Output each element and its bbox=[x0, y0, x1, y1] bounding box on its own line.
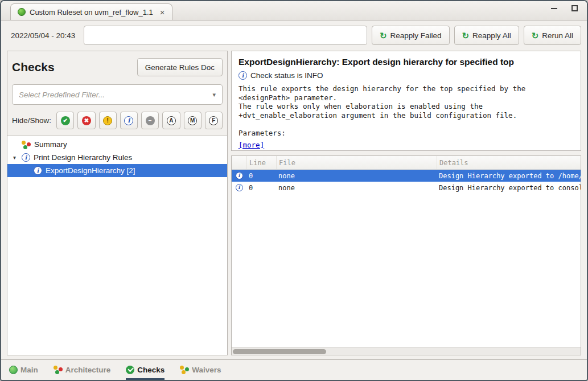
tree-item-label: ExportDesignHierarchy [2] bbox=[46, 166, 135, 175]
cell-file: none bbox=[276, 172, 437, 180]
hide-show-label: Hide/Show: bbox=[12, 116, 51, 125]
info-icon: i bbox=[236, 184, 243, 191]
toggle-f-button[interactable]: F bbox=[205, 112, 223, 129]
tab-main[interactable]: Main bbox=[9, 360, 38, 380]
cell-line: 0 bbox=[246, 184, 276, 192]
architecture-tab-icon bbox=[54, 365, 63, 374]
summary-icon bbox=[22, 140, 31, 149]
window-title: Custom Ruleset on uvm_ref_flow_1.1 bbox=[30, 8, 153, 17]
window-tab[interactable]: Custom Ruleset on uvm_ref_flow_1.1 × bbox=[10, 3, 172, 20]
more-link[interactable]: [more] bbox=[239, 141, 264, 149]
toggle-a-button[interactable]: A bbox=[162, 112, 180, 129]
rerun-all-label: Rerun All bbox=[542, 31, 573, 40]
check-status-row: i Check status is INFO bbox=[239, 71, 574, 80]
tab-label: Main bbox=[20, 366, 38, 374]
toggle-m-button[interactable]: M bbox=[184, 112, 202, 129]
parameters-label: Parameters: bbox=[239, 129, 574, 137]
toggle-info-button[interactable]: i bbox=[120, 112, 138, 129]
info-icon: i bbox=[236, 172, 243, 179]
reapply-failed-label: Reapply Failed bbox=[390, 31, 441, 40]
info-icon: i bbox=[34, 166, 42, 175]
passed-icon: ✔ bbox=[61, 116, 70, 125]
close-icon[interactable]: × bbox=[160, 8, 165, 17]
tree-item-summary[interactable]: Summary bbox=[7, 138, 227, 151]
tab-label: Waivers bbox=[192, 366, 221, 374]
filter-placeholder: Select Predefined Filter... bbox=[19, 91, 105, 99]
toolbar-input[interactable] bbox=[84, 26, 367, 45]
cell-details: Design Hierarchy exported to /home/a bbox=[437, 172, 581, 180]
main-tab-icon bbox=[9, 366, 18, 374]
checks-panel: Checks Generate Rules Doc Select Predefi… bbox=[7, 51, 228, 355]
column-header-details[interactable]: Details bbox=[437, 156, 581, 169]
checks-panel-header: Checks Generate Rules Doc bbox=[7, 51, 227, 84]
tree-item-print-design-hierarchy-rules[interactable]: ▾ i Print Design Hierarchy Rules bbox=[7, 151, 227, 164]
main-area: Checks Generate Rules Doc Select Predefi… bbox=[1, 49, 587, 359]
tab-checks[interactable]: Checks bbox=[126, 360, 165, 380]
check-status-text: Check status is INFO bbox=[250, 71, 323, 80]
chevron-down-icon: ▾ bbox=[212, 91, 216, 99]
tab-label: Architecture bbox=[65, 366, 111, 374]
table-row[interactable]: i 0 none Design Hierarchy exported to /h… bbox=[232, 170, 581, 182]
generate-rules-doc-button[interactable]: Generate Rules Doc bbox=[137, 58, 223, 76]
rerun-all-button[interactable]: ↻ Rerun All bbox=[524, 26, 581, 45]
toggle-passed-button[interactable]: ✔ bbox=[56, 112, 74, 129]
check-title: ExportDesignHierarchy: Export design hie… bbox=[239, 57, 574, 67]
toggle-warning-button[interactable]: ! bbox=[99, 112, 117, 129]
reapply-icon: ↻ bbox=[380, 31, 387, 40]
tree-item-label: Print Design Hierarchy Rules bbox=[34, 153, 132, 162]
f-icon: F bbox=[209, 116, 218, 125]
predefined-filter-select[interactable]: Select Predefined Filter... ▾ bbox=[12, 84, 223, 105]
window-controls bbox=[548, 1, 580, 20]
maximize-button[interactable] bbox=[569, 3, 580, 14]
check-description-text: This rule exports the design hierarchy f… bbox=[239, 84, 574, 120]
tab-architecture[interactable]: Architecture bbox=[54, 360, 111, 380]
table-row[interactable]: i 0 none Design Hierarchy exported to co… bbox=[232, 182, 581, 194]
reapply-all-button[interactable]: ↻ Reapply All bbox=[454, 26, 519, 45]
tab-waivers[interactable]: Waivers bbox=[180, 360, 221, 380]
m-icon: M bbox=[188, 116, 197, 125]
cell-file: none bbox=[276, 184, 437, 192]
column-header-line[interactable]: Line bbox=[246, 156, 276, 169]
reapply-all-label: Reapply All bbox=[472, 31, 511, 40]
toggle-failed-button[interactable]: ✖ bbox=[77, 112, 95, 129]
checks-tree: Summary ▾ i Print Design Hierarchy Rules… bbox=[7, 136, 227, 355]
toolbar: 2022/05/04 - 20:43 ↻ Reapply Failed ↻ Re… bbox=[1, 21, 587, 49]
bottom-tab-bar: Main Architecture Checks Waivers bbox=[1, 359, 587, 380]
info-icon: i bbox=[22, 153, 30, 162]
minimize-button[interactable] bbox=[548, 3, 560, 14]
timestamp: 2022/05/04 - 20:43 bbox=[7, 31, 79, 40]
failed-icon: ✖ bbox=[82, 116, 91, 125]
app-window: Custom Ruleset on uvm_ref_flow_1.1 × 202… bbox=[0, 0, 588, 381]
cell-line: 0 bbox=[246, 172, 276, 180]
detail-panel: ExportDesignHierarchy: Export design hie… bbox=[231, 51, 581, 355]
results-table: Line File Details i 0 none Design Hierar… bbox=[231, 155, 581, 355]
checks-heading: Checks bbox=[12, 60, 55, 74]
tree-item-exportdesignhierarchy[interactable]: i ExportDesignHierarchy [2] bbox=[7, 164, 227, 177]
scrollbar-thumb[interactable] bbox=[233, 349, 326, 354]
cell-details: Design Hierarchy exported to console bbox=[437, 184, 581, 192]
column-header-file[interactable]: File bbox=[276, 156, 437, 169]
toggle-disabled-button[interactable]: − bbox=[141, 112, 159, 129]
tab-label: Checks bbox=[137, 366, 165, 374]
tree-item-label: Summary bbox=[34, 140, 67, 149]
horizontal-scrollbar[interactable] bbox=[232, 347, 581, 355]
waivers-tab-icon bbox=[180, 365, 189, 374]
disabled-icon: − bbox=[146, 116, 155, 125]
ruleset-icon bbox=[18, 8, 26, 16]
a-icon: A bbox=[167, 116, 176, 125]
expander-icon[interactable]: ▾ bbox=[11, 154, 18, 161]
check-description-box: ExportDesignHierarchy: Export design hie… bbox=[231, 51, 581, 151]
checks-tab-icon bbox=[126, 366, 134, 374]
info-icon: i bbox=[124, 116, 133, 125]
hide-show-row: Hide/Show: ✔ ✖ ! i − A M F bbox=[7, 112, 227, 136]
info-icon: i bbox=[239, 71, 247, 80]
maximize-icon bbox=[571, 5, 578, 11]
warning-icon: ! bbox=[103, 116, 112, 125]
minimize-icon bbox=[551, 8, 557, 9]
description-line: This rule exports the design hierarchy f… bbox=[239, 84, 574, 102]
reapply-failed-button[interactable]: ↻ Reapply Failed bbox=[372, 26, 450, 45]
description-line: The rule works only when elaboration is … bbox=[239, 102, 574, 120]
reapply-icon: ↻ bbox=[462, 31, 470, 40]
table-header: Line File Details bbox=[232, 156, 581, 170]
rerun-icon: ↻ bbox=[532, 31, 539, 40]
